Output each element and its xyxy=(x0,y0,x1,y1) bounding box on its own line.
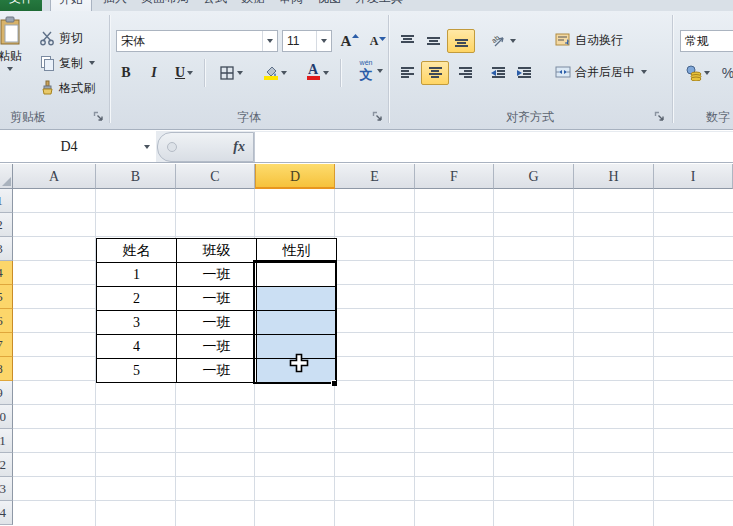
row-header-label: 12 xyxy=(0,453,12,477)
column-header-D[interactable]: D xyxy=(255,164,335,189)
percent-label: % xyxy=(722,65,733,81)
paste-button[interactable]: 粘贴 xyxy=(0,13,34,105)
name-box[interactable]: D4 xyxy=(0,131,156,162)
group-separator xyxy=(672,15,674,123)
align-bottom-button[interactable] xyxy=(447,29,475,53)
active-cell[interactable] xyxy=(257,263,337,287)
tab-formulas[interactable]: 公式 xyxy=(196,0,234,11)
tab-developer[interactable]: 开发工具 xyxy=(348,0,410,11)
decrease-indent-button[interactable] xyxy=(486,62,510,84)
row-header-4[interactable]: 4 xyxy=(0,261,13,285)
copy-button[interactable]: 复制 xyxy=(36,52,98,74)
alignment-dialog-launcher-icon[interactable] xyxy=(654,111,666,123)
column-header-E[interactable]: E xyxy=(335,164,415,189)
column-header-I[interactable]: I xyxy=(654,164,733,189)
cut-button[interactable]: 剪切 xyxy=(36,27,86,49)
grow-font-button[interactable]: A xyxy=(338,30,362,52)
column-header-F[interactable]: F xyxy=(415,164,494,189)
cell[interactable]: 一班 xyxy=(177,359,257,383)
bold-button[interactable]: B xyxy=(114,62,138,84)
cell[interactable] xyxy=(257,287,337,311)
row-header-12[interactable]: 12 xyxy=(0,453,13,477)
cell[interactable]: 姓名 xyxy=(97,239,177,263)
align-top-button[interactable] xyxy=(395,30,419,52)
tab-page-layout[interactable]: 页面布局 xyxy=(134,0,196,11)
gridline-h xyxy=(13,212,733,213)
cell[interactable]: 性别 xyxy=(257,239,337,263)
font-size-combo[interactable]: 11 xyxy=(282,30,332,52)
align-center-button[interactable] xyxy=(421,61,449,85)
percent-style-button[interactable]: % xyxy=(718,62,733,84)
row-header-6[interactable]: 6 xyxy=(0,309,13,333)
row-header-11[interactable]: 11 xyxy=(0,429,13,453)
shrink-font-button[interactable]: A xyxy=(366,30,390,52)
merge-center-button[interactable]: 合并后居中 xyxy=(552,61,650,83)
tab-file[interactable]: 文件 xyxy=(0,0,42,11)
format-painter-button[interactable]: 格式刷 xyxy=(36,77,98,99)
font-name-combo[interactable]: 宋体 xyxy=(116,30,278,52)
insert-function-icon[interactable]: fx xyxy=(233,139,245,155)
row-header-10[interactable]: 10 xyxy=(0,405,13,429)
orientation-dropdown-icon xyxy=(510,39,516,43)
cell[interactable]: 5 xyxy=(97,359,177,383)
tab-home[interactable]: 开始 xyxy=(50,0,92,11)
clipboard-dialog-launcher-icon[interactable] xyxy=(93,111,105,123)
row-header-7[interactable]: 7 xyxy=(0,333,13,357)
font-name-dropdown[interactable] xyxy=(262,31,277,51)
orientation-button[interactable]: ab xyxy=(486,30,522,52)
data-table-body: 姓名班级性别1一班2一班3一班4一班5一班 xyxy=(97,239,337,383)
cell[interactable]: 一班 xyxy=(177,287,257,311)
column-header-C[interactable]: C xyxy=(176,164,255,189)
row-headers: 1234567891011121314 xyxy=(0,189,13,526)
column-header-H[interactable]: H xyxy=(574,164,654,189)
tab-data[interactable]: 数据 xyxy=(234,0,272,11)
cell[interactable]: 3 xyxy=(97,311,177,335)
tab-insert[interactable]: 插入 xyxy=(96,0,134,11)
column-header-A[interactable]: A xyxy=(13,164,96,189)
borders-button[interactable] xyxy=(212,62,250,84)
cell[interactable]: 1 xyxy=(97,263,177,287)
align-middle-button[interactable] xyxy=(421,30,445,52)
cell[interactable]: 一班 xyxy=(177,311,257,335)
align-right-button[interactable] xyxy=(453,62,477,84)
name-box-dropdown[interactable] xyxy=(138,145,156,149)
data-table: 姓名班级性别1一班2一班3一班4一班5一班 xyxy=(96,238,337,383)
cell[interactable] xyxy=(257,311,337,335)
italic-button[interactable]: I xyxy=(142,62,166,84)
cell[interactable] xyxy=(257,335,337,359)
collapse-formula-bar-button[interactable] xyxy=(167,142,177,152)
formula-input[interactable] xyxy=(254,132,733,162)
number-format-combo[interactable]: 常规 xyxy=(680,30,733,52)
column-header-B[interactable]: B xyxy=(96,164,176,189)
phonetic-guide-button[interactable]: wén 文 xyxy=(348,60,392,82)
font-color-button[interactable]: A xyxy=(298,62,336,84)
column-header-G[interactable]: G xyxy=(494,164,574,189)
phonetic-dropdown-icon xyxy=(377,69,383,73)
accounting-format-button[interactable] xyxy=(680,62,716,84)
underline-button[interactable]: U xyxy=(168,62,200,84)
tab-view[interactable]: 视图 xyxy=(310,0,348,11)
cell[interactable]: 一班 xyxy=(177,335,257,359)
cell[interactable]: 2 xyxy=(97,287,177,311)
row-header-1[interactable]: 1 xyxy=(0,189,13,213)
align-left-button[interactable] xyxy=(395,62,419,84)
row-header-14[interactable]: 14 xyxy=(0,501,13,525)
row-header-9[interactable]: 9 xyxy=(0,381,13,405)
row-header-2[interactable]: 2 xyxy=(0,213,13,237)
cell[interactable]: 班级 xyxy=(177,239,257,263)
row-header-5[interactable]: 5 xyxy=(0,285,13,309)
cell[interactable]: 一班 xyxy=(177,263,257,287)
fill-color-button[interactable] xyxy=(256,62,294,84)
row-header-13[interactable]: 13 xyxy=(0,477,13,501)
fill-handle[interactable] xyxy=(332,381,337,386)
wrap-text-button[interactable]: 自动换行 xyxy=(552,29,626,51)
row-header-8[interactable]: 8 xyxy=(0,357,13,381)
font-dialog-launcher-icon[interactable] xyxy=(372,111,384,123)
font-size-dropdown[interactable] xyxy=(316,31,331,51)
cell[interactable] xyxy=(257,359,337,383)
row-header-3[interactable]: 3 xyxy=(0,237,13,261)
svg-text:ab: ab xyxy=(492,34,501,44)
increase-indent-button[interactable] xyxy=(512,62,536,84)
cell[interactable]: 4 xyxy=(97,335,177,359)
tab-review[interactable]: 审阅 xyxy=(272,0,310,11)
